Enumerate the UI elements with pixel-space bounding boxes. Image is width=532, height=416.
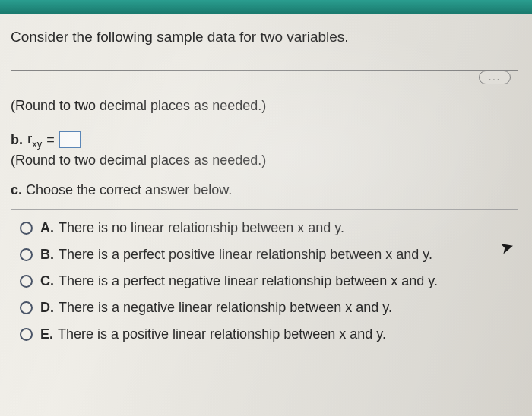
- option-text: There is a perfect positive linear relat…: [59, 247, 432, 262]
- equals-sign: =: [46, 132, 55, 148]
- options-list: A.There is no linear relationship betwee…: [11, 220, 518, 342]
- photo-glare-overlay: [0, 14, 532, 416]
- radio-d[interactable]: [20, 301, 33, 314]
- window-top-bar: [0, 0, 532, 14]
- section-a-hint: (Round to two decimal places as needed.): [11, 98, 518, 114]
- section-c-text: Choose the correct answer below.: [26, 182, 232, 197]
- section-b: b. rxy = (Round to two decimal places as…: [11, 131, 518, 169]
- radio-e[interactable]: [20, 328, 33, 341]
- option-text: There is a positive linear relationship …: [58, 326, 386, 342]
- radio-b[interactable]: [20, 248, 33, 261]
- option-c[interactable]: C.There is a perfect negative linear rel…: [20, 273, 518, 289]
- option-letter: E.: [40, 326, 53, 342]
- option-d[interactable]: D.There is a negative linear relationshi…: [20, 300, 518, 316]
- option-text: There is no linear relationship between …: [59, 220, 344, 235]
- option-a[interactable]: A.There is no linear relationship betwee…: [20, 220, 518, 236]
- option-letter: C.: [40, 273, 54, 288]
- option-b[interactable]: B.There is a perfect positive linear rel…: [20, 247, 518, 263]
- section-c: c. Choose the correct answer below.: [11, 182, 518, 198]
- option-e[interactable]: E.There is a positive linear relationshi…: [20, 326, 518, 342]
- more-dots: ...: [489, 72, 501, 83]
- section-c-label: c.: [11, 182, 22, 197]
- question-prompt: Consider the following sample data for t…: [11, 29, 518, 46]
- options-divider: [11, 209, 518, 210]
- section-b-hint: (Round to two decimal places as needed.): [11, 153, 518, 169]
- correlation-symbol: rxy: [27, 131, 42, 150]
- divider-line: [11, 70, 518, 71]
- option-letter: A.: [40, 220, 54, 235]
- option-text: There is a perfect negative linear relat…: [59, 273, 438, 288]
- section-b-label: b.: [11, 132, 23, 148]
- radio-c[interactable]: [20, 275, 33, 288]
- show-more-button[interactable]: ...: [479, 71, 511, 84]
- question-content: Consider the following sample data for t…: [0, 14, 532, 416]
- radio-a[interactable]: [20, 222, 33, 235]
- option-letter: B.: [40, 247, 54, 262]
- option-text: There is a negative linear relationship …: [59, 300, 392, 315]
- option-letter: D.: [40, 300, 54, 315]
- section-a: (Round to two decimal places as needed.): [11, 98, 518, 114]
- answer-input-box[interactable]: [59, 131, 81, 148]
